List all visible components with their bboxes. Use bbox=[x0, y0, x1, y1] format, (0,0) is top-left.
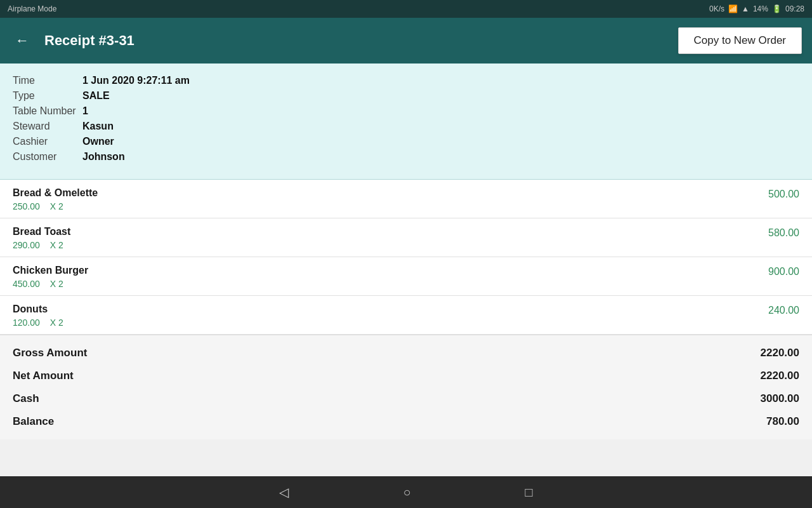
summary-value: 2220.00 bbox=[761, 370, 799, 382]
battery-percent: 14% bbox=[753, 4, 768, 13]
receipt-info-section: Time 1 Jun 2020 9:27:11 am Type SALE Tab… bbox=[0, 64, 812, 180]
clock: 09:28 bbox=[785, 4, 804, 13]
table-value: 1 bbox=[82, 105, 88, 117]
nav-recent-icon[interactable]: □ bbox=[525, 485, 533, 500]
item-details: Bread Toast 290.00 X 2 bbox=[13, 226, 70, 250]
steward-row: Steward Kasun bbox=[13, 121, 799, 132]
item-qty: X 2 bbox=[50, 201, 63, 211]
item-price: 450.00 bbox=[13, 279, 40, 289]
list-item: Chicken Burger 450.00 X 2 900.00 bbox=[0, 257, 812, 296]
nav-back-icon[interactable]: ◁ bbox=[279, 485, 289, 500]
item-name: Chicken Burger bbox=[13, 265, 88, 276]
summary-value: 2220.00 bbox=[761, 347, 799, 359]
summary-value: 780.00 bbox=[766, 415, 799, 428]
airplane-mode-label: Airplane Mode bbox=[8, 4, 56, 13]
item-name: Donuts bbox=[13, 304, 63, 315]
item-details: Chicken Burger 450.00 X 2 bbox=[13, 265, 88, 289]
list-item: Donuts 120.00 X 2 240.00 bbox=[0, 296, 812, 335]
navigation-bar: ◁ ○ □ bbox=[0, 476, 812, 508]
time-label: Time bbox=[13, 75, 82, 86]
item-name: Bread Toast bbox=[13, 226, 70, 237]
steward-value: Kasun bbox=[82, 121, 114, 132]
item-qty: X 2 bbox=[50, 240, 63, 250]
item-total: 240.00 bbox=[768, 304, 799, 316]
item-price: 250.00 bbox=[13, 201, 40, 211]
status-bar: Airplane Mode 0K/s 📶 ▲ 14% 🔋 09:28 bbox=[0, 0, 812, 18]
copy-to-new-order-button[interactable]: Copy to New Order bbox=[678, 27, 802, 54]
item-price-qty: 290.00 X 2 bbox=[13, 240, 70, 250]
signal-icon: ▲ bbox=[742, 4, 749, 13]
item-details: Bread & Omelette 250.00 X 2 bbox=[13, 187, 98, 211]
customer-row: Customer Johnson bbox=[13, 151, 799, 163]
item-price: 290.00 bbox=[13, 240, 40, 250]
type-row: Type SALE bbox=[13, 90, 799, 102]
item-total: 500.00 bbox=[768, 187, 799, 200]
nav-home-icon[interactable]: ○ bbox=[403, 485, 410, 500]
table-label: Table Number bbox=[13, 105, 82, 117]
cashier-label: Cashier bbox=[13, 136, 82, 147]
summary-row: Gross Amount 2220.00 bbox=[13, 342, 799, 364]
customer-label: Customer bbox=[13, 151, 82, 163]
summary-label: Net Amount bbox=[13, 370, 74, 382]
item-price-qty: 450.00 X 2 bbox=[13, 279, 88, 289]
type-label: Type bbox=[13, 90, 82, 102]
list-item: Bread & Omelette 250.00 X 2 500.00 bbox=[0, 180, 812, 218]
item-total: 900.00 bbox=[768, 265, 799, 277]
summary-row: Cash 3000.00 bbox=[13, 387, 799, 410]
type-value: SALE bbox=[82, 90, 110, 102]
battery-icon: 🔋 bbox=[772, 4, 782, 13]
steward-label: Steward bbox=[13, 121, 82, 132]
back-button[interactable]: ← bbox=[10, 27, 34, 54]
time-value: 1 Jun 2020 9:27:11 am bbox=[82, 75, 190, 86]
table-row: Table Number 1 bbox=[13, 105, 799, 117]
summary-label: Gross Amount bbox=[13, 347, 87, 359]
item-name: Bread & Omelette bbox=[13, 187, 98, 199]
item-qty: X 2 bbox=[50, 279, 63, 289]
summary-row: Balance 780.00 bbox=[13, 410, 799, 433]
customer-value: Johnson bbox=[82, 151, 125, 163]
item-qty: X 2 bbox=[50, 318, 63, 328]
cashier-row: Cashier Owner bbox=[13, 136, 799, 147]
summary-section: Gross Amount 2220.00 Net Amount 2220.00 … bbox=[0, 335, 812, 439]
item-details: Donuts 120.00 X 2 bbox=[13, 304, 63, 328]
header: ← Receipt #3-31 Copy to New Order bbox=[0, 18, 812, 64]
summary-row: Net Amount 2220.00 bbox=[13, 364, 799, 387]
list-item: Bread Toast 290.00 X 2 580.00 bbox=[0, 218, 812, 257]
cashier-value: Owner bbox=[82, 136, 114, 147]
item-price: 120.00 bbox=[13, 318, 40, 328]
network-speed: 0K/s bbox=[709, 4, 724, 13]
item-total: 580.00 bbox=[768, 226, 799, 239]
item-price-qty: 250.00 X 2 bbox=[13, 201, 98, 211]
page-title: Receipt #3-31 bbox=[44, 32, 668, 49]
wifi-icon: 📶 bbox=[728, 4, 738, 13]
item-price-qty: 120.00 X 2 bbox=[13, 318, 63, 328]
summary-label: Cash bbox=[13, 392, 39, 405]
time-row: Time 1 Jun 2020 9:27:11 am bbox=[13, 75, 799, 86]
items-section: Bread & Omelette 250.00 X 2 500.00 Bread… bbox=[0, 180, 812, 335]
summary-label: Balance bbox=[13, 415, 54, 428]
summary-value: 3000.00 bbox=[761, 392, 799, 405]
